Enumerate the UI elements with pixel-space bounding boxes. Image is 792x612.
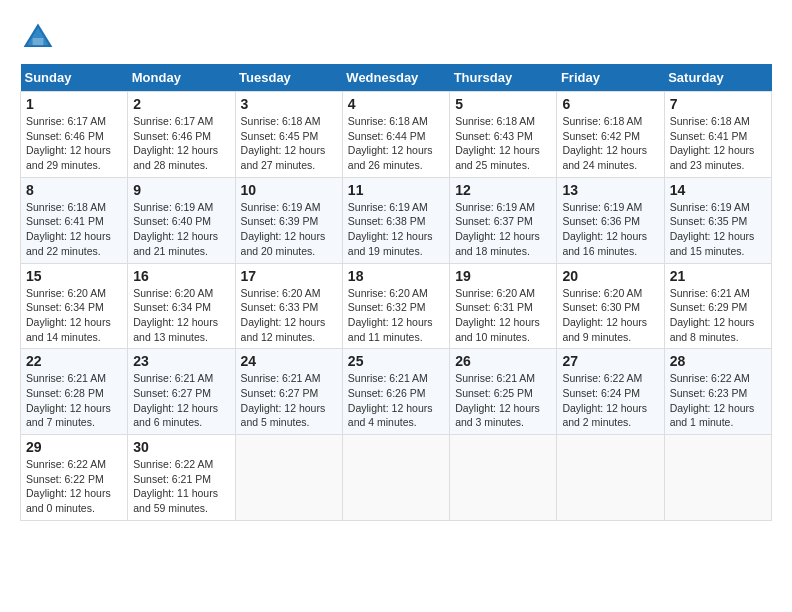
day-number: 13 <box>562 182 658 198</box>
day-number: 5 <box>455 96 551 112</box>
day-number: 14 <box>670 182 766 198</box>
dow-monday: Monday <box>128 64 235 92</box>
dow-friday: Friday <box>557 64 664 92</box>
calendar-cell: 7 Sunrise: 6:18 AMSunset: 6:41 PMDayligh… <box>664 92 771 178</box>
header <box>20 20 772 56</box>
day-info: Sunrise: 6:20 AMSunset: 6:30 PMDaylight:… <box>562 286 658 345</box>
week-row-3: 15 Sunrise: 6:20 AMSunset: 6:34 PMDaylig… <box>21 263 772 349</box>
day-info: Sunrise: 6:21 AMSunset: 6:27 PMDaylight:… <box>241 371 337 430</box>
dow-wednesday: Wednesday <box>342 64 449 92</box>
day-number: 23 <box>133 353 229 369</box>
day-number: 24 <box>241 353 337 369</box>
day-info: Sunrise: 6:18 AMSunset: 6:41 PMDaylight:… <box>670 114 766 173</box>
calendar-cell: 17 Sunrise: 6:20 AMSunset: 6:33 PMDaylig… <box>235 263 342 349</box>
week-row-5: 29 Sunrise: 6:22 AMSunset: 6:22 PMDaylig… <box>21 435 772 521</box>
day-info: Sunrise: 6:17 AMSunset: 6:46 PMDaylight:… <box>26 114 122 173</box>
calendar-body: 1 Sunrise: 6:17 AMSunset: 6:46 PMDayligh… <box>21 92 772 521</box>
day-number: 18 <box>348 268 444 284</box>
day-number: 20 <box>562 268 658 284</box>
calendar-cell: 11 Sunrise: 6:19 AMSunset: 6:38 PMDaylig… <box>342 177 449 263</box>
calendar-cell: 27 Sunrise: 6:22 AMSunset: 6:24 PMDaylig… <box>557 349 664 435</box>
calendar-cell <box>557 435 664 521</box>
day-number: 19 <box>455 268 551 284</box>
day-number: 22 <box>26 353 122 369</box>
calendar-cell: 4 Sunrise: 6:18 AMSunset: 6:44 PMDayligh… <box>342 92 449 178</box>
day-number: 7 <box>670 96 766 112</box>
day-info: Sunrise: 6:18 AMSunset: 6:45 PMDaylight:… <box>241 114 337 173</box>
calendar-cell: 15 Sunrise: 6:20 AMSunset: 6:34 PMDaylig… <box>21 263 128 349</box>
calendar-cell: 29 Sunrise: 6:22 AMSunset: 6:22 PMDaylig… <box>21 435 128 521</box>
calendar-cell: 22 Sunrise: 6:21 AMSunset: 6:28 PMDaylig… <box>21 349 128 435</box>
day-info: Sunrise: 6:20 AMSunset: 6:33 PMDaylight:… <box>241 286 337 345</box>
calendar-cell: 10 Sunrise: 6:19 AMSunset: 6:39 PMDaylig… <box>235 177 342 263</box>
day-number: 1 <box>26 96 122 112</box>
day-number: 11 <box>348 182 444 198</box>
calendar-cell: 18 Sunrise: 6:20 AMSunset: 6:32 PMDaylig… <box>342 263 449 349</box>
day-info: Sunrise: 6:20 AMSunset: 6:32 PMDaylight:… <box>348 286 444 345</box>
logo-icon <box>20 20 56 56</box>
calendar-cell: 5 Sunrise: 6:18 AMSunset: 6:43 PMDayligh… <box>450 92 557 178</box>
day-number: 27 <box>562 353 658 369</box>
calendar-cell <box>235 435 342 521</box>
calendar-cell: 28 Sunrise: 6:22 AMSunset: 6:23 PMDaylig… <box>664 349 771 435</box>
day-info: Sunrise: 6:18 AMSunset: 6:41 PMDaylight:… <box>26 200 122 259</box>
day-number: 8 <box>26 182 122 198</box>
day-info: Sunrise: 6:19 AMSunset: 6:35 PMDaylight:… <box>670 200 766 259</box>
day-number: 26 <box>455 353 551 369</box>
calendar-cell: 8 Sunrise: 6:18 AMSunset: 6:41 PMDayligh… <box>21 177 128 263</box>
calendar-cell <box>664 435 771 521</box>
day-info: Sunrise: 6:20 AMSunset: 6:31 PMDaylight:… <box>455 286 551 345</box>
calendar-cell <box>450 435 557 521</box>
day-number: 9 <box>133 182 229 198</box>
calendar-cell: 20 Sunrise: 6:20 AMSunset: 6:30 PMDaylig… <box>557 263 664 349</box>
calendar-cell: 6 Sunrise: 6:18 AMSunset: 6:42 PMDayligh… <box>557 92 664 178</box>
week-row-2: 8 Sunrise: 6:18 AMSunset: 6:41 PMDayligh… <box>21 177 772 263</box>
day-number: 6 <box>562 96 658 112</box>
day-info: Sunrise: 6:21 AMSunset: 6:29 PMDaylight:… <box>670 286 766 345</box>
day-number: 29 <box>26 439 122 455</box>
day-info: Sunrise: 6:22 AMSunset: 6:21 PMDaylight:… <box>133 457 229 516</box>
day-number: 17 <box>241 268 337 284</box>
day-info: Sunrise: 6:22 AMSunset: 6:22 PMDaylight:… <box>26 457 122 516</box>
logo <box>20 20 62 56</box>
day-info: Sunrise: 6:21 AMSunset: 6:26 PMDaylight:… <box>348 371 444 430</box>
calendar-cell: 24 Sunrise: 6:21 AMSunset: 6:27 PMDaylig… <box>235 349 342 435</box>
calendar-cell <box>342 435 449 521</box>
day-info: Sunrise: 6:22 AMSunset: 6:23 PMDaylight:… <box>670 371 766 430</box>
day-info: Sunrise: 6:19 AMSunset: 6:36 PMDaylight:… <box>562 200 658 259</box>
week-row-1: 1 Sunrise: 6:17 AMSunset: 6:46 PMDayligh… <box>21 92 772 178</box>
day-number: 2 <box>133 96 229 112</box>
calendar-cell: 13 Sunrise: 6:19 AMSunset: 6:36 PMDaylig… <box>557 177 664 263</box>
svg-rect-2 <box>33 38 44 45</box>
calendar-table: SundayMondayTuesdayWednesdayThursdayFrid… <box>20 64 772 521</box>
calendar-cell: 16 Sunrise: 6:20 AMSunset: 6:34 PMDaylig… <box>128 263 235 349</box>
dow-tuesday: Tuesday <box>235 64 342 92</box>
calendar-cell: 19 Sunrise: 6:20 AMSunset: 6:31 PMDaylig… <box>450 263 557 349</box>
day-info: Sunrise: 6:17 AMSunset: 6:46 PMDaylight:… <box>133 114 229 173</box>
day-info: Sunrise: 6:19 AMSunset: 6:38 PMDaylight:… <box>348 200 444 259</box>
day-info: Sunrise: 6:22 AMSunset: 6:24 PMDaylight:… <box>562 371 658 430</box>
calendar-cell: 25 Sunrise: 6:21 AMSunset: 6:26 PMDaylig… <box>342 349 449 435</box>
dow-thursday: Thursday <box>450 64 557 92</box>
day-info: Sunrise: 6:20 AMSunset: 6:34 PMDaylight:… <box>26 286 122 345</box>
day-info: Sunrise: 6:18 AMSunset: 6:44 PMDaylight:… <box>348 114 444 173</box>
day-number: 15 <box>26 268 122 284</box>
day-info: Sunrise: 6:19 AMSunset: 6:40 PMDaylight:… <box>133 200 229 259</box>
calendar-cell: 3 Sunrise: 6:18 AMSunset: 6:45 PMDayligh… <box>235 92 342 178</box>
calendar-cell: 23 Sunrise: 6:21 AMSunset: 6:27 PMDaylig… <box>128 349 235 435</box>
calendar-cell: 14 Sunrise: 6:19 AMSunset: 6:35 PMDaylig… <box>664 177 771 263</box>
calendar-cell: 12 Sunrise: 6:19 AMSunset: 6:37 PMDaylig… <box>450 177 557 263</box>
day-number: 28 <box>670 353 766 369</box>
day-info: Sunrise: 6:21 AMSunset: 6:25 PMDaylight:… <box>455 371 551 430</box>
calendar-cell: 1 Sunrise: 6:17 AMSunset: 6:46 PMDayligh… <box>21 92 128 178</box>
day-number: 10 <box>241 182 337 198</box>
day-info: Sunrise: 6:21 AMSunset: 6:27 PMDaylight:… <box>133 371 229 430</box>
calendar-cell: 26 Sunrise: 6:21 AMSunset: 6:25 PMDaylig… <box>450 349 557 435</box>
day-info: Sunrise: 6:18 AMSunset: 6:43 PMDaylight:… <box>455 114 551 173</box>
dow-saturday: Saturday <box>664 64 771 92</box>
day-number: 16 <box>133 268 229 284</box>
day-info: Sunrise: 6:19 AMSunset: 6:39 PMDaylight:… <box>241 200 337 259</box>
day-info: Sunrise: 6:18 AMSunset: 6:42 PMDaylight:… <box>562 114 658 173</box>
calendar-cell: 21 Sunrise: 6:21 AMSunset: 6:29 PMDaylig… <box>664 263 771 349</box>
week-row-4: 22 Sunrise: 6:21 AMSunset: 6:28 PMDaylig… <box>21 349 772 435</box>
